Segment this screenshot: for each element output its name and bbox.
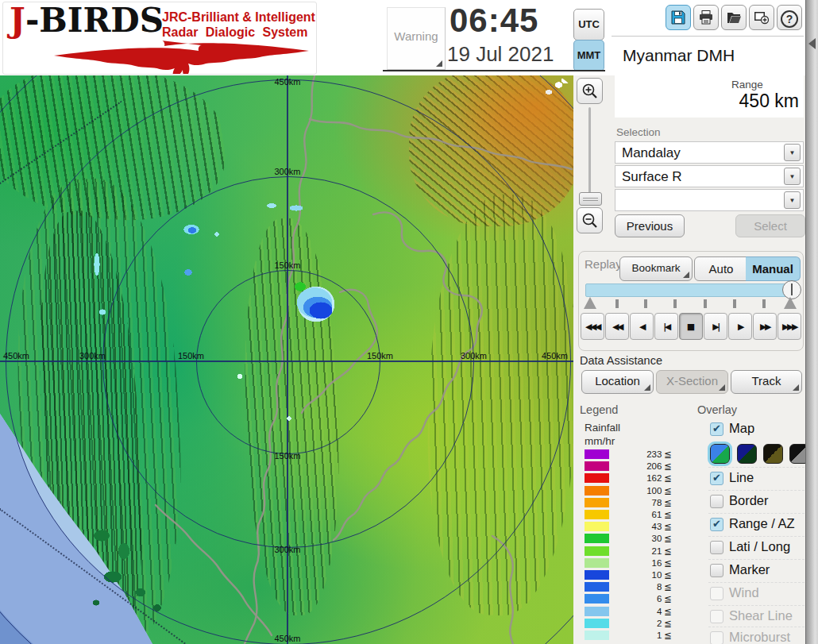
checkbox-range-az[interactable]: ✔ <box>710 518 723 531</box>
previous-button[interactable]: Previous <box>615 214 685 237</box>
logo-tagline: JRC-Brilliant & Intelligent Radar Dialog… <box>162 10 315 40</box>
legend-value: 100≦ <box>612 485 672 496</box>
overlay-row-wind: Wind <box>708 582 804 606</box>
checkbox-line[interactable]: ✔ <box>710 472 723 485</box>
option-dropdown[interactable]: ▼ <box>615 189 804 211</box>
zoom-in-button[interactable] <box>577 78 603 104</box>
echo-patch <box>284 202 308 214</box>
rewind-fast-button[interactable]: ◀◀◀ <box>581 313 604 340</box>
fast-forward-max-button[interactable]: ▶▶▶ <box>777 313 801 340</box>
replay-label: Replay <box>585 257 622 271</box>
manual-button[interactable]: Manual <box>746 256 801 281</box>
chevron-down-icon[interactable]: ▼ <box>784 168 801 185</box>
legend-value: 162≦ <box>612 472 672 484</box>
panel-scroll-strip[interactable] <box>805 0 818 644</box>
checkbox-lati-long[interactable] <box>710 541 723 554</box>
overlay-label: Lati / Long <box>729 539 790 554</box>
replay-tick <box>704 299 707 308</box>
open-folder-button[interactable] <box>721 5 747 30</box>
overlay-row-line[interactable]: ✔ Line <box>708 467 804 491</box>
echo-cluster-main <box>291 276 343 333</box>
legend-value: 8≦ <box>612 581 672 592</box>
legend-value: 78≦ <box>612 497 672 508</box>
replay-range-start-marker[interactable] <box>584 297 596 309</box>
echo-patch <box>97 307 108 317</box>
map-style-swatch[interactable] <box>737 444 757 464</box>
legend-swatch <box>585 534 609 543</box>
step-forward-button[interactable]: ▶| <box>704 313 727 340</box>
screen-capture-button[interactable] <box>749 5 774 30</box>
legend-swatch <box>585 619 609 628</box>
rewind-button[interactable]: ◀◀ <box>605 313 629 340</box>
fast-forward-button[interactable]: ▶▶ <box>753 313 777 340</box>
echo-patch <box>179 222 206 239</box>
crosshair-vertical <box>287 75 288 644</box>
warning-button[interactable]: Warning <box>387 7 446 70</box>
overlay-row-border[interactable]: Border <box>708 490 804 514</box>
data-assistance-label: Data Assistance <box>580 354 662 367</box>
zoom-slider-handle[interactable] <box>579 192 602 206</box>
replay-range-end-marker[interactable] <box>784 297 797 309</box>
legend-value: 6≦ <box>612 593 672 604</box>
printer-icon <box>698 10 714 25</box>
legend-title: Legend <box>580 403 618 416</box>
chevron-down-icon[interactable]: ▼ <box>784 144 801 161</box>
overlay-title: Overlay <box>697 403 737 416</box>
step-back-button[interactable]: |◀ <box>654 313 678 340</box>
folder-open-icon <box>726 10 742 25</box>
legend-value: 43≦ <box>612 521 672 532</box>
chevron-down-icon[interactable]: ▼ <box>784 191 801 209</box>
replay-tick <box>615 299 619 308</box>
axis-label: 450km <box>542 351 573 361</box>
zoom-slider-groove[interactable] <box>588 107 591 193</box>
select-button[interactable]: Select <box>735 214 805 237</box>
range-label: Range <box>731 79 763 91</box>
panel-collapse-arrow[interactable] <box>808 38 816 49</box>
magnifier-plus-icon <box>581 83 599 100</box>
overlay-row-lati-long[interactable]: Lati / Long <box>708 536 804 560</box>
checkbox-shear-line <box>710 610 723 623</box>
legend-value: 4≦ <box>612 606 672 617</box>
overlay-row-microburst: Microburst <box>708 627 804 644</box>
utc-button[interactable]: UTC <box>573 9 604 40</box>
legend-value: 1≦ <box>612 630 672 641</box>
overlay-row-range-az[interactable]: ✔ Range / AZ <box>708 513 804 537</box>
axis-label: 300km <box>461 351 494 361</box>
radar-display[interactable]: 450km 300km 150km 150km 300km 450km 450k… <box>0 75 573 644</box>
echo-patch <box>181 266 195 279</box>
checkbox-microburst <box>710 631 723 644</box>
checkbox-wind <box>710 587 723 600</box>
checkbox-marker[interactable] <box>710 564 723 577</box>
replay-slider-track[interactable] <box>585 283 797 297</box>
play-button[interactable]: ▶ <box>728 313 752 340</box>
checkbox-map[interactable]: ✔ <box>710 422 723 436</box>
save-button[interactable] <box>666 5 691 30</box>
map-style-swatch-selected[interactable] <box>710 444 730 464</box>
location-button[interactable]: Location <box>581 370 654 394</box>
station-name-box: Myanmar DMH <box>615 41 804 71</box>
auto-button[interactable]: Auto <box>694 256 748 281</box>
zoom-out-button[interactable] <box>577 207 603 233</box>
mmt-button[interactable]: MMT <box>573 40 604 71</box>
legend-value: 206≦ <box>612 461 672 472</box>
overlay-row-marker[interactable]: Marker <box>708 559 804 583</box>
overlay-label: Range / AZ <box>729 516 795 531</box>
product-dropdown[interactable]: Surface R ▼ <box>615 165 804 187</box>
checkbox-border[interactable] <box>710 495 723 508</box>
print-button[interactable] <box>693 5 719 30</box>
axis-label: 300km <box>271 167 304 176</box>
site-dropdown[interactable]: Mandalay ▼ <box>615 141 804 164</box>
clock-date: 19 Jul 2021 <box>447 42 574 67</box>
track-button[interactable]: Track <box>731 370 802 394</box>
map-style-swatch[interactable] <box>763 444 783 464</box>
xsection-button[interactable]: X-Section <box>656 370 728 394</box>
legend-swatch <box>585 486 609 496</box>
axis-label: 150km <box>178 351 211 361</box>
overlay-row-map[interactable]: ✔ Map <box>708 418 804 442</box>
stop-button[interactable]: ■ <box>679 313 703 340</box>
help-button[interactable]: ? <box>777 5 802 30</box>
jbirds-logo: J-BIRDS JRC-Brilliant & Intelligent Rada… <box>2 2 317 75</box>
logo-wordmark: J-BIRDS <box>10 1 164 40</box>
play-reverse-button[interactable]: ◀ <box>630 313 654 340</box>
bookmark-button[interactable]: Bookmark <box>619 256 693 281</box>
